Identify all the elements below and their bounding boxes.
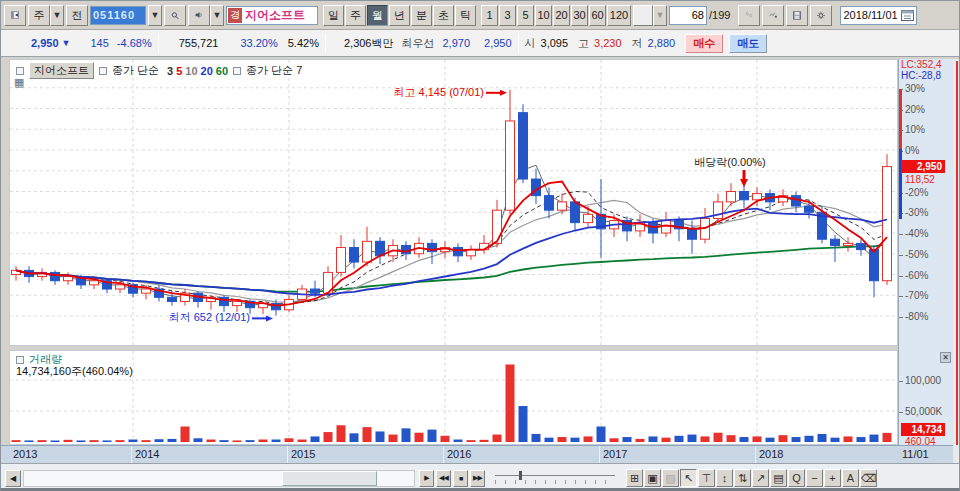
current-price-badge: 2,950 (901, 160, 945, 173)
price-chart[interactable]: 최고 4,145 (07/01)최저 652 (12/01)배당락(0.00%)… (9, 59, 898, 346)
legend-ma-period: 5 (176, 65, 182, 77)
period-button-분[interactable]: 분 (411, 5, 432, 26)
grid-table-icon[interactable]: ▦ (14, 76, 24, 89)
legend-checkbox-icon[interactable] (233, 67, 241, 75)
chart-scrollbar[interactable] (23, 470, 415, 487)
hc-label: HC:-28,8 (901, 70, 941, 81)
updown-tool-icon[interactable]: ↕ (716, 469, 733, 487)
quote-bar: 2,950 ▼ 145 -4.68% 755,721 33.20% 5.42% … (1, 30, 960, 57)
period-button-주[interactable]: 주 (345, 5, 366, 26)
year-divider (755, 446, 756, 464)
axis-tick-label: 30% (905, 83, 925, 94)
week-combo[interactable]: 주 ▼ (28, 5, 64, 26)
stock-code-input[interactable] (90, 6, 146, 25)
zoom-icon[interactable]: Q (788, 469, 805, 487)
calendar-icon[interactable] (901, 9, 914, 21)
axis-tick-label: -20% (905, 187, 928, 198)
best-ask: 2,970 (442, 37, 470, 49)
eraser-icon[interactable]: ⌫ (860, 469, 877, 487)
year-divider (599, 446, 600, 464)
price-change: 145 (90, 37, 108, 49)
interval-button-120[interactable]: 120 (607, 5, 631, 26)
slider-thumb[interactable] (519, 471, 522, 480)
playback-group: ▶◀◀■▶▶ (417, 470, 485, 487)
swap-tool-icon[interactable]: ⇅ (734, 469, 751, 487)
price-axis: LC:352,4 HC:-28,8 30%20%10%0%-20%-30%-40… (898, 59, 953, 445)
bar-total-label: /199 (709, 9, 730, 21)
interval-button-60[interactable]: 60 (589, 5, 606, 26)
low-price: 2,880 (648, 37, 676, 49)
zoom-out-icon[interactable]: − (806, 469, 823, 487)
chevron-down-icon[interactable]: ▼ (50, 5, 64, 26)
period-button-월[interactable]: 월 (367, 5, 388, 26)
prev-stock-button[interactable]: 전 (66, 5, 88, 26)
zoom-in-icon[interactable]: + (824, 469, 841, 487)
period-button-년[interactable]: 년 (389, 5, 410, 26)
panel-icon[interactable] (4, 5, 26, 26)
interval-button-3[interactable]: 3 (499, 5, 516, 26)
chevron-down-icon[interactable]: ▼ (210, 5, 224, 26)
legend-checkbox-icon[interactable] (16, 67, 24, 75)
interval-button-10[interactable]: 10 (535, 5, 552, 26)
sound-combo[interactable]: ▼ (188, 5, 224, 26)
add-indicator-icon[interactable] (762, 5, 784, 26)
date-field[interactable]: 2018/11/01 (840, 6, 916, 25)
scrollbar-thumb[interactable] (282, 471, 377, 486)
text-tool-icon[interactable]: A (842, 469, 859, 487)
volume-chart[interactable]: 거래량 14,734,160주(460.04%) (9, 350, 898, 445)
svg-text:배당락(0.00%): 배당락(0.00%) (694, 156, 766, 168)
bar-count-input[interactable] (669, 6, 707, 25)
right-scroll-strip[interactable] (953, 59, 960, 463)
period-button-틱[interactable]: 틱 (455, 5, 476, 26)
date-label-11-01: 11/01 (902, 448, 929, 460)
scroll-left-icon[interactable]: ◀ (5, 470, 21, 487)
period-button-일[interactable]: 일 (323, 5, 344, 26)
svg-text:최저 652 (12/01): 최저 652 (12/01) (169, 311, 250, 323)
price-badge-sub: 118,52 (905, 174, 935, 185)
legend-stock-name[interactable]: 지어소프트 (29, 62, 94, 79)
interval-button-30[interactable]: 30 (571, 5, 588, 26)
market-badge: 경 (228, 8, 242, 23)
best-bid: 2,950 (484, 37, 512, 49)
speaker-icon[interactable] (188, 5, 210, 26)
save-icon[interactable] (786, 5, 808, 26)
interval-button-20[interactable]: 20 (553, 5, 570, 26)
windows-cascade-icon[interactable]: ▣ (644, 469, 661, 487)
chart-panel-icon[interactable]: ▤ (770, 469, 787, 487)
crosshair-tool-icon[interactable]: ↖ (680, 469, 697, 487)
period-button-초[interactable]: 초 (433, 5, 454, 26)
window-add-icon[interactable]: ⊞ (626, 469, 643, 487)
area-fill-icon[interactable]: ▨ (662, 469, 679, 487)
fast-forward-button[interactable]: ▶▶ (470, 470, 485, 487)
buy-button[interactable]: 매수 (685, 34, 723, 53)
volume-axis-50k: 50,000K (905, 406, 942, 417)
axis-tick-label: -70% (905, 290, 928, 301)
search-icon[interactable] (164, 5, 186, 26)
play-button[interactable]: ▶ (419, 470, 434, 487)
price-change-pct: -4.68% (117, 37, 152, 49)
arrow-trend-icon[interactable]: ↗ (752, 469, 769, 487)
axis-tick-label: 0% (905, 145, 919, 156)
stop-button[interactable]: ■ (453, 470, 468, 487)
interval-button-1[interactable]: 1 (481, 5, 498, 26)
axis-tick-label: -60% (905, 270, 928, 281)
legend-checkbox-icon[interactable] (16, 356, 24, 364)
settings-icon[interactable] (810, 5, 832, 26)
volume-value-line: 14,734,160주(460.04%) (16, 364, 133, 379)
axis-tick-label: -50% (905, 249, 928, 260)
bar-width-slider[interactable] (495, 469, 615, 487)
week-combo-label[interactable]: 주 (28, 5, 50, 26)
legend-checkbox-icon[interactable] (99, 67, 107, 75)
rewind-button[interactable]: ◀◀ (436, 470, 451, 487)
footprints-icon[interactable] (738, 5, 760, 26)
sell-button[interactable]: 매도 (729, 34, 767, 53)
chevron-down-icon[interactable]: ▼ (653, 5, 667, 26)
trendline-tool-icon[interactable]: ⊤ (698, 469, 715, 487)
code-dropdown-icon[interactable]: ▼ (148, 5, 162, 26)
date-value: 2018/11/01 (843, 9, 897, 21)
close-pane-icon[interactable]: ✕ (940, 352, 951, 363)
chart-region: 최고 4,145 (07/01)최저 652 (12/01)배당락(0.00%)… (1, 57, 960, 463)
price-legend: 지어소프트 종가 단순 35102060 종가 단순 7 (16, 62, 302, 79)
interval-button-5[interactable]: 5 (517, 5, 534, 26)
empty-combo[interactable]: ▼ (633, 5, 667, 26)
